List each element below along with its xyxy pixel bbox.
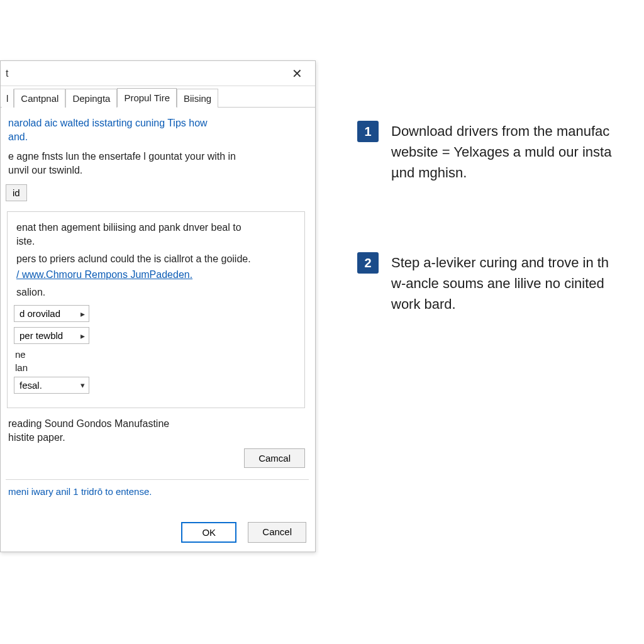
step-number-badge: 1: [357, 121, 379, 142]
tab-bising[interactable]: Biising: [177, 89, 218, 108]
tab-cantpnal[interactable]: Cantpnal: [14, 89, 65, 108]
submenu-label: per tewbld: [19, 330, 63, 341]
step-text: Download drivers from the manufac websit…: [391, 121, 611, 183]
close-icon[interactable]: ✕: [287, 64, 308, 84]
group-para-3: salion.: [16, 286, 296, 299]
dialog-button-row: OK Cancel: [1, 522, 315, 552]
ok-button[interactable]: OK: [181, 522, 236, 543]
step-text: Step a-leviker curing and trove in th w-…: [391, 252, 609, 314]
step-1: 1 Download drivers from the manufac webs…: [357, 121, 644, 183]
dropdown-value: fesal.: [19, 380, 42, 391]
instruction-steps: 1 Download drivers from the manufac webs…: [357, 121, 644, 384]
tab-panel: narolad aic walted isstarting cuning Tip…: [1, 108, 315, 522]
tab-fragment-left[interactable]: l: [2, 89, 14, 108]
tab-strip: l Cantpnal Depingta Propul Tire Biising: [1, 86, 315, 108]
blue-footnote: meni iwary anil 1 tridrō to entense.: [8, 486, 306, 497]
field-label-ne: ne: [15, 349, 298, 360]
fesal-dropdown[interactable]: fesal.: [14, 377, 89, 394]
group-para-2: pers to priers aclund could the is ciall…: [16, 252, 296, 266]
titlebar: t ✕: [1, 61, 315, 86]
tab-depingta[interactable]: Depingta: [65, 89, 117, 108]
id-button[interactable]: id: [6, 184, 27, 201]
help-link[interactable]: / www.Chmoru Rempons JumPadeden.: [16, 269, 192, 280]
submenu-orovilad[interactable]: d orovilad: [14, 305, 89, 322]
cancel-button[interactable]: Cancel: [248, 522, 306, 543]
submenu-label: d orovilad: [19, 308, 60, 319]
step-number-badge: 2: [357, 252, 379, 274]
camcal-button[interactable]: Camcal: [244, 448, 305, 468]
tab-propul-tire[interactable]: Propul Tire: [117, 88, 177, 108]
window-title: t: [6, 68, 8, 79]
step-2: 2 Step a-leviker curing and trove in th …: [357, 252, 644, 314]
footer-note: reading Sound Gondos Manufastine histite…: [8, 417, 306, 444]
separator: [6, 479, 309, 480]
intro-body: e agne fnsts lun the ensertafe l gountat…: [8, 150, 306, 177]
properties-dialog: t ✕ l Cantpnal Depingta Propul Tire Biis…: [0, 60, 316, 552]
submenu-tewbld[interactable]: per tewbld: [14, 327, 89, 344]
field-label-lan: lan: [15, 362, 298, 373]
group-para-1: enat then agement biliising and pank dnv…: [16, 221, 296, 248]
settings-group: enat then agement biliising and pank dnv…: [7, 211, 305, 408]
intro-heading: narolad aic walted isstarting cuning Tip…: [8, 116, 306, 143]
